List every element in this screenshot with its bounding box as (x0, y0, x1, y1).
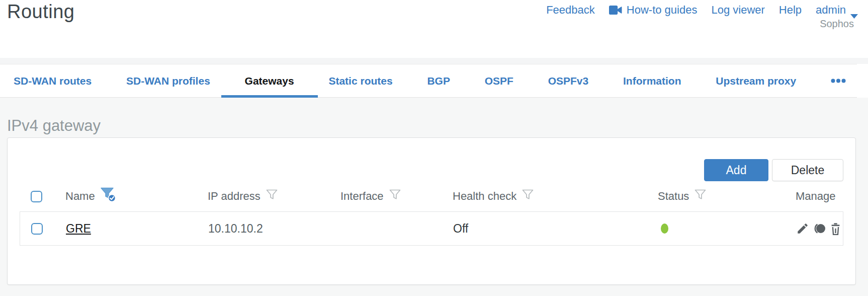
funnel-icon[interactable] (695, 189, 706, 204)
help-link[interactable]: Help (779, 4, 802, 17)
content-area: IPv4 gateway Add Delete Name IP address (0, 98, 868, 296)
column-header-status: Status (658, 190, 689, 203)
add-button[interactable]: Add (704, 159, 768, 181)
user-menu[interactable]: admin (816, 4, 858, 17)
tab-ospfv3[interactable]: OSPFv3 (548, 64, 589, 97)
column-header-ip-address: IP address (208, 190, 261, 203)
column-header-manage: Manage (796, 190, 836, 203)
select-all-checkbox[interactable] (31, 191, 42, 202)
table-toolbar: Add Delete (20, 159, 843, 181)
gateway-card: Add Delete Name IP address (7, 137, 856, 285)
table-header-row: Name IP address Interface (20, 181, 843, 211)
log-viewer-link[interactable]: Log viewer (711, 4, 764, 17)
brand-label: Sophos (820, 18, 854, 30)
tab-sd-wan-profiles[interactable]: SD-WAN profiles (126, 64, 210, 97)
tab-sd-wan-routes[interactable]: SD-WAN routes (14, 64, 92, 97)
tab-ospf[interactable]: OSPF (485, 64, 513, 97)
tab-gateways[interactable]: Gateways (245, 64, 294, 97)
feedback-label: Feedback (546, 4, 595, 17)
tab-bgp[interactable]: BGP (427, 64, 450, 97)
page-header: Routing Feedback How-to guides Log viewe… (0, 0, 868, 58)
tab-static-routes[interactable]: Static routes (328, 64, 392, 97)
tab-information[interactable]: Information (623, 64, 681, 97)
column-header-interface: Interface (340, 190, 384, 203)
page-title: Routing (7, 1, 74, 23)
table-row: GRE 10.10.10.2 Off (20, 211, 843, 246)
delete-button[interactable]: Delete (772, 159, 843, 181)
column-header-name: Name (65, 190, 95, 203)
gateway-name-link[interactable]: GRE (66, 222, 91, 235)
column-header-health-check: Health check (453, 190, 516, 203)
delete-icon[interactable] (829, 222, 842, 236)
edit-icon[interactable] (796, 222, 809, 235)
funnel-icon[interactable] (389, 189, 401, 204)
header-divider (0, 58, 868, 64)
funnel-icon[interactable] (522, 189, 534, 204)
status-indicator (661, 224, 668, 234)
tab-upstream-proxy[interactable]: Upstream proxy (716, 64, 796, 97)
feedback-link[interactable]: Feedback (546, 4, 595, 17)
howto-guides-label: How-to guides (627, 4, 698, 17)
cell-health-check: Off (453, 222, 658, 236)
tab-bar: SD-WAN routes SD-WAN profiles Gateways S… (0, 64, 857, 98)
funnel-check-icon[interactable] (101, 187, 116, 205)
ellipsis-icon (831, 79, 846, 83)
deactivate-icon[interactable] (812, 222, 826, 235)
log-viewer-label: Log viewer (711, 4, 764, 17)
tab-overflow-menu[interactable] (831, 64, 846, 97)
help-label: Help (779, 4, 802, 17)
header-nav: Feedback How-to guides Log viewer Help a… (546, 4, 858, 17)
user-name: admin (816, 4, 846, 17)
cell-manage (776, 222, 843, 236)
section-title: IPv4 gateway (7, 117, 101, 135)
row-checkbox[interactable] (31, 223, 43, 235)
cell-ip-address: 10.10.10.2 (208, 222, 341, 236)
funnel-icon[interactable] (266, 189, 278, 204)
chevron-down-icon (850, 9, 858, 13)
howto-guides-link[interactable]: How-to guides (609, 4, 698, 17)
video-camera-icon (609, 6, 622, 15)
